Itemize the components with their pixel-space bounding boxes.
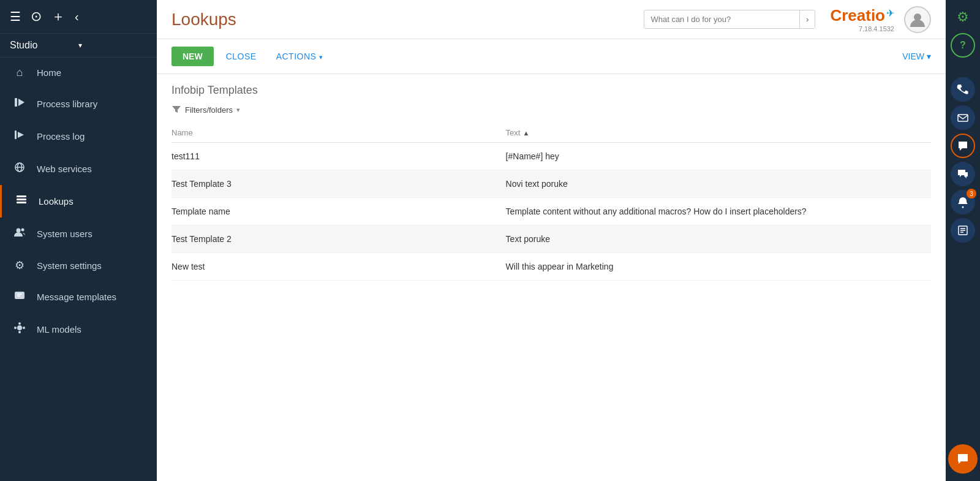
search-submit-button[interactable]: › — [799, 10, 815, 28]
svg-marker-3 — [18, 132, 24, 138]
svg-point-10 — [17, 229, 21, 233]
sort-arrow-icon: ▲ — [522, 129, 529, 137]
sidebar-item-label: System settings — [37, 260, 102, 271]
svg-point-20 — [962, 206, 964, 208]
live-chat-icon-button[interactable] — [948, 444, 978, 474]
cell-text: Novi text poruke — [506, 170, 931, 198]
sidebar-item-home[interactable]: ⌂ Home — [0, 58, 157, 88]
svg-point-15 — [18, 331, 21, 333]
svg-rect-12 — [15, 292, 24, 299]
svg-marker-1 — [18, 99, 24, 106]
search-input[interactable] — [644, 10, 799, 28]
help-icon-button[interactable]: ? — [951, 33, 975, 58]
process-log-icon — [12, 129, 27, 144]
phone-icon-button[interactable] — [951, 77, 975, 102]
table-row[interactable]: Template name Template content without a… — [172, 198, 931, 225]
cell-text: Text poruke — [506, 225, 931, 253]
studio-label: Studio — [10, 40, 78, 51]
process-library-icon — [12, 96, 27, 112]
sidebar-item-ml-models[interactable]: ML models — [0, 313, 157, 346]
home-icon: ⌂ — [12, 66, 27, 79]
close-button[interactable]: CLOSE — [219, 47, 264, 66]
email-icon-button[interactable] — [951, 105, 975, 130]
sidebar-item-label: Web services — [37, 164, 92, 174]
user-avatar[interactable] — [904, 6, 931, 33]
table-row[interactable]: Test Template 2 Text poruke — [172, 225, 931, 253]
svg-rect-8 — [17, 199, 26, 200]
section-title: Infobip Templates — [157, 74, 946, 102]
lookups-icon — [14, 194, 29, 209]
sidebar-item-lookups[interactable]: Lookups — [0, 185, 157, 218]
actions-chevron-icon: ▾ — [319, 53, 323, 61]
cell-text: [#Name#] hey — [506, 143, 931, 170]
play-icon[interactable]: ⊙ — [31, 9, 42, 25]
view-button[interactable]: VIEW ▾ — [902, 51, 931, 61]
table-row[interactable]: test111 [#Name#] hey — [172, 143, 931, 170]
ml-models-icon — [12, 322, 27, 337]
filters-bar: Filters/folders ▾ — [157, 102, 946, 123]
tasks-icon-button[interactable] — [951, 218, 975, 243]
cell-name: New test — [172, 253, 506, 281]
cell-name: Test Template 3 — [172, 170, 506, 198]
studio-chevron-icon: ▾ — [78, 41, 147, 50]
main-area: Lookups › Creatio ✈ 7.18.4.1532 NEW CLOS… — [157, 0, 946, 481]
svg-rect-19 — [958, 115, 968, 121]
page-title: Lookups — [172, 10, 644, 29]
svg-point-13 — [17, 325, 22, 330]
topbar-right: › Creatio ✈ 7.18.4.1532 — [644, 6, 931, 33]
search-box: › — [644, 10, 815, 29]
sidebar-item-system-users[interactable]: System users — [0, 218, 157, 250]
chat-icon-button[interactable] — [951, 134, 975, 158]
table-row[interactable]: Test Template 3 Novi text poruke — [172, 170, 931, 198]
menu-icon[interactable]: ☰ — [10, 9, 21, 24]
message-templates-icon — [12, 289, 27, 305]
topbar: Lookups › Creatio ✈ 7.18.4.1532 — [157, 0, 946, 39]
cell-text: Template content without any additional … — [506, 198, 931, 225]
filters-chevron-icon: ▾ — [236, 106, 240, 114]
studio-selector[interactable]: Studio ▾ — [0, 34, 157, 58]
right-panel: ⚙ ? 3 — [946, 0, 980, 481]
svg-rect-2 — [15, 131, 17, 139]
sidebar-item-web-services[interactable]: Web services — [0, 153, 157, 185]
sidebar-item-process-library[interactable]: Process library — [0, 88, 157, 120]
web-services-icon — [12, 161, 27, 176]
back-icon[interactable]: ‹ — [75, 10, 79, 24]
content-area: NEW CLOSE ACTIONS ▾ VIEW ▾ Infobip Templ… — [157, 39, 946, 481]
cell-name: Template name — [172, 198, 506, 225]
column-header-name[interactable]: Name — [172, 123, 506, 143]
new-button[interactable]: NEW — [172, 47, 214, 66]
settings-icon-button[interactable]: ⚙ — [951, 5, 975, 29]
cell-name: Test Template 2 — [172, 225, 506, 253]
sidebar-item-system-settings[interactable]: ⚙ System settings — [0, 250, 157, 281]
cell-name: test111 — [172, 143, 506, 170]
svg-rect-9 — [17, 202, 26, 203]
sidebar-item-process-log[interactable]: Process log — [0, 120, 157, 153]
filter-icon — [172, 104, 181, 116]
svg-point-16 — [14, 327, 17, 329]
filters-label: Filters/folders — [185, 105, 233, 115]
sidebar-item-label: Message templates — [37, 292, 116, 302]
sidebar-item-message-templates[interactable]: Message templates — [0, 281, 157, 313]
svg-rect-0 — [15, 98, 17, 107]
actions-button[interactable]: ACTIONS ▾ — [269, 47, 331, 66]
data-table: Name Text ▲ test111 [#Name#] hey Test Te… — [172, 123, 931, 281]
view-chevron-icon: ▾ — [927, 51, 931, 61]
svg-rect-7 — [17, 195, 26, 197]
table-row[interactable]: New test Will this appear in Marketing — [172, 253, 931, 281]
sidebar-item-label: System users — [37, 229, 92, 239]
brand-arrow-icon: ✈ — [886, 7, 894, 19]
add-icon[interactable]: ＋ — [51, 7, 65, 26]
sidebar-item-label: ML models — [37, 324, 81, 335]
team-chat-icon-button[interactable] — [951, 162, 975, 186]
filters-folders-button[interactable]: Filters/folders ▾ — [172, 104, 240, 116]
notification-count-badge: 3 — [967, 189, 976, 199]
brand-logo: Creatio ✈ 7.18.4.1532 — [830, 6, 894, 32]
cell-text: Will this appear in Marketing — [506, 253, 931, 281]
svg-point-14 — [18, 322, 21, 325]
system-users-icon — [12, 226, 27, 241]
notifications-icon-button[interactable]: 3 — [951, 190, 975, 214]
sidebar-item-label: Lookups — [39, 196, 74, 206]
sidebar-item-label: Home — [37, 67, 61, 78]
column-header-text[interactable]: Text ▲ — [506, 123, 931, 143]
brand-version: 7.18.4.1532 — [859, 25, 894, 32]
